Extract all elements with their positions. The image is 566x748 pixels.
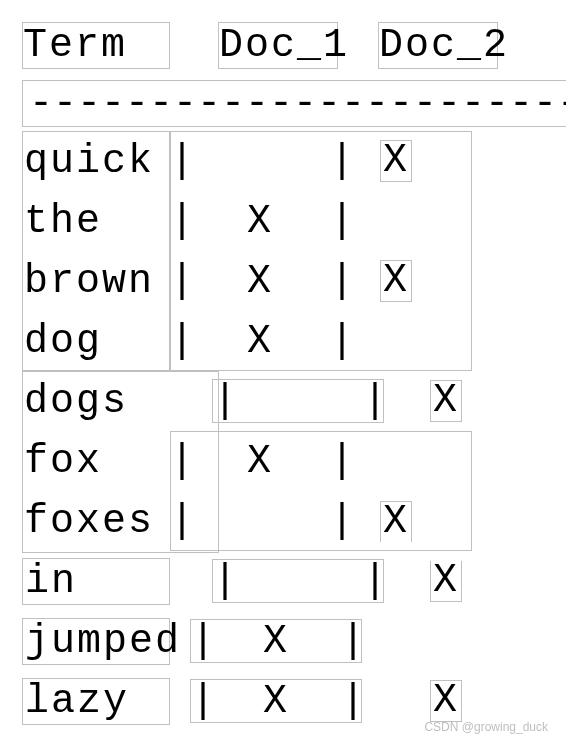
doc1-cell: X [211,619,341,664]
divider: ------------------------- [22,80,566,127]
term-cell: quick [22,139,170,184]
table-row: in | | X [22,551,566,611]
doc2-cell: X [380,260,412,302]
separator: | [170,259,190,304]
doc1-cell: X [190,439,330,484]
term-cell: fox [22,439,170,484]
doc2-cell: X [380,501,412,542]
doc1-cell: X [190,259,330,304]
separator: | [330,319,350,364]
term-cell: lazy [22,678,170,725]
doc1-cell: X [190,319,330,364]
table-row: brown | X | X [22,251,566,311]
term-cell: dog [22,319,170,364]
term-cell: in [22,558,170,605]
table-row: quick | | X [22,131,566,191]
header-doc2: Doc_2 [378,22,498,69]
header-doc1: Doc_1 [218,22,338,69]
term-cell: jumped [22,618,170,665]
table-row: the | X | [22,191,566,251]
separator: | [170,499,190,544]
table-row: lazy | X | X [22,671,566,731]
doc2-cell: X [430,561,462,602]
table-header: Term Doc_1 Doc_2 [22,15,566,75]
term-cell: brown [22,259,170,304]
separator: | [330,499,350,544]
separator: | [363,379,383,424]
doc1-cell: X [211,679,341,724]
separator: | [341,619,361,664]
separator: | [330,139,350,184]
separator: | [170,319,190,364]
header-term: Term [22,22,170,69]
separator: | [213,559,233,604]
separator: | [363,559,383,604]
table-row: dogs | | X [22,371,566,431]
separator: | [170,199,190,244]
doc2-cell: X [430,380,462,422]
doc1-cell: X [190,199,330,244]
divider-row: ------------------------- [22,75,566,131]
separator: | [191,619,211,664]
term-cell: dogs [22,379,170,424]
separator: | [191,679,211,724]
table-row: foxes | | X [22,491,566,551]
table-row: dog | X | [22,311,566,371]
term-cell: the [22,199,170,244]
separator: | [330,439,350,484]
separator: | [170,439,190,484]
table-row: fox | X | [22,431,566,491]
separator: | [330,199,350,244]
term-cell: foxes [22,499,170,544]
doc2-cell: X [430,680,462,722]
term-doc-table: Term Doc_1 Doc_2 -----------------------… [0,0,566,731]
table-row: jumped | X | [22,611,566,671]
separator: | [170,139,190,184]
separator: | [330,259,350,304]
separator: | [341,679,361,724]
separator: | [213,379,233,424]
doc2-cell: X [380,140,412,182]
